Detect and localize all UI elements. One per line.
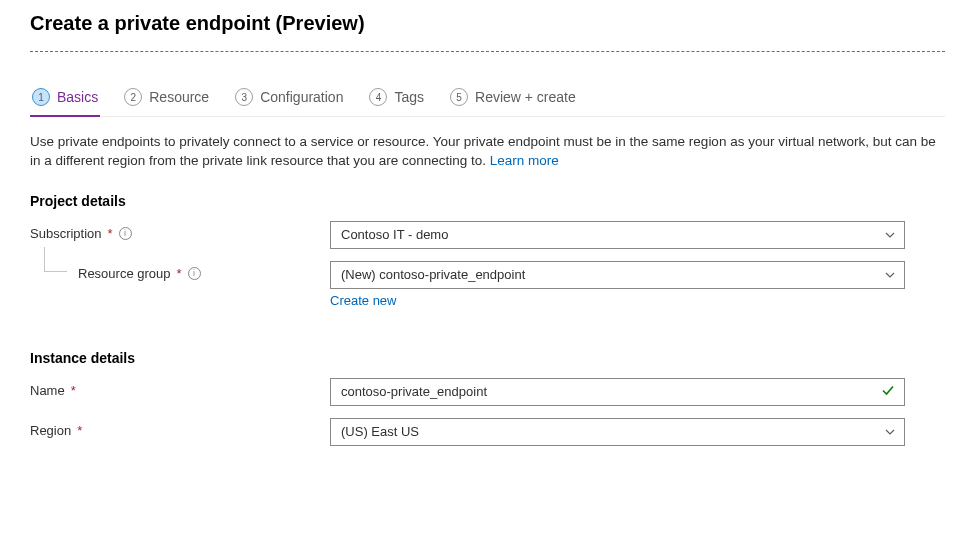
tab-label: Configuration — [260, 89, 343, 105]
resource-group-label: Resource group — [78, 266, 171, 281]
required-mark: * — [77, 423, 82, 438]
required-mark: * — [177, 266, 182, 281]
tab-tags[interactable]: 4 Tags — [367, 80, 426, 116]
resource-group-row: Resource group * i (New) contoso-private… — [30, 261, 945, 308]
region-row: Region * (US) East US — [30, 418, 945, 446]
step-number: 2 — [124, 88, 142, 106]
step-number: 4 — [369, 88, 387, 106]
tab-configuration[interactable]: 3 Configuration — [233, 80, 345, 116]
subscription-label: Subscription — [30, 226, 102, 241]
instance-details-heading: Instance details — [30, 350, 945, 366]
chevron-down-icon — [884, 269, 896, 281]
checkmark-icon — [880, 382, 896, 402]
subscription-row: Subscription * i Contoso IT - demo — [30, 221, 945, 249]
intro-text: Use private endpoints to privately conne… — [30, 133, 945, 171]
step-number: 1 — [32, 88, 50, 106]
create-new-link[interactable]: Create new — [330, 293, 396, 308]
resource-group-select[interactable]: (New) contoso-private_endpoint — [330, 261, 905, 289]
wizard-tabs: 1 Basics 2 Resource 3 Configuration 4 Ta… — [30, 80, 945, 117]
project-details-heading: Project details — [30, 193, 945, 209]
tab-label: Tags — [394, 89, 424, 105]
chevron-down-icon — [884, 229, 896, 241]
tab-label: Review + create — [475, 89, 576, 105]
step-number: 5 — [450, 88, 468, 106]
step-number: 3 — [235, 88, 253, 106]
tab-label: Basics — [57, 89, 98, 105]
required-mark: * — [71, 383, 76, 398]
required-mark: * — [108, 226, 113, 241]
name-row: Name * contoso-private_endpoint — [30, 378, 945, 406]
subscription-select[interactable]: Contoso IT - demo — [330, 221, 905, 249]
name-input[interactable]: contoso-private_endpoint — [330, 378, 905, 406]
learn-more-link[interactable]: Learn more — [490, 153, 559, 168]
tab-label: Resource — [149, 89, 209, 105]
region-label: Region — [30, 423, 71, 438]
page-title: Create a private endpoint (Preview) — [30, 0, 945, 51]
tab-resource[interactable]: 2 Resource — [122, 80, 211, 116]
divider — [30, 51, 945, 52]
name-label: Name — [30, 383, 65, 398]
tab-basics[interactable]: 1 Basics — [30, 80, 100, 116]
chevron-down-icon — [884, 426, 896, 438]
info-icon[interactable]: i — [188, 267, 201, 280]
info-icon[interactable]: i — [119, 227, 132, 240]
tab-review-create[interactable]: 5 Review + create — [448, 80, 578, 116]
region-select[interactable]: (US) East US — [330, 418, 905, 446]
